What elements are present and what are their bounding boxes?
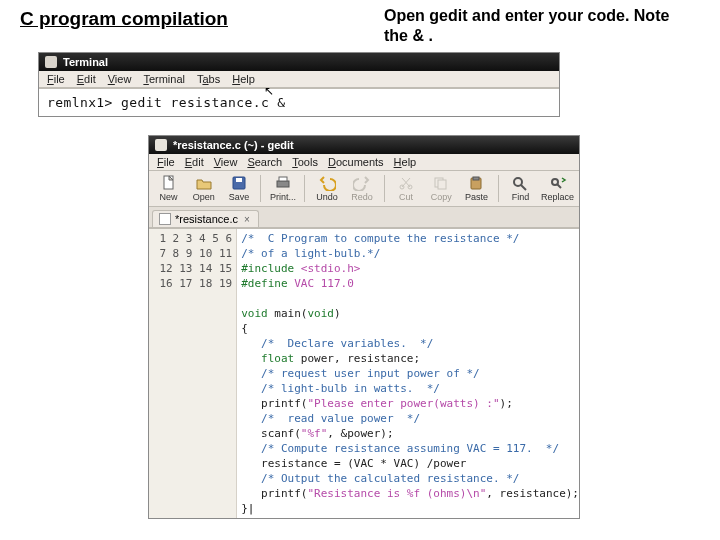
terminal-titlebar[interactable]: Terminal [39, 53, 559, 71]
tab-label: *resistance.c [175, 213, 238, 225]
save-button[interactable]: Save [223, 173, 254, 204]
terminal-command-text: gedit resistance.c & [121, 95, 286, 110]
undo-button[interactable]: Undo [311, 173, 342, 204]
paste-label: Paste [465, 192, 488, 202]
print-label: Print... [270, 192, 296, 202]
gedit-menu-view[interactable]: View [214, 156, 238, 168]
page-title: C program compilation [20, 8, 228, 30]
code-area[interactable]: 1 2 3 4 5 6 7 8 9 10 11 12 13 14 15 16 1… [149, 228, 579, 518]
open-button[interactable]: Open [188, 173, 219, 204]
gedit-tabbar: *resistance.c × [149, 207, 579, 228]
terminal-menu-edit[interactable]: Edit [77, 73, 96, 85]
terminal-menu-file[interactable]: File [47, 73, 65, 85]
save-icon [230, 175, 248, 191]
toolbar-separator [384, 175, 385, 202]
copy-button[interactable]: Copy [426, 173, 457, 204]
copy-icon [432, 175, 450, 191]
svg-rect-8 [438, 180, 446, 189]
open-label: Open [193, 192, 215, 202]
toolbar-separator [304, 175, 305, 202]
paste-button[interactable]: Paste [461, 173, 492, 204]
terminal-commandline[interactable]: remlnx1> gedit resistance.c & [39, 88, 559, 116]
terminal-menu-terminal[interactable]: Terminal [143, 73, 185, 85]
terminal-menu-help[interactable]: Help [232, 73, 255, 85]
document-icon [155, 139, 167, 151]
svg-rect-2 [236, 178, 242, 182]
svg-line-12 [521, 185, 526, 190]
terminal-icon [45, 56, 57, 68]
terminal-title: Terminal [63, 56, 108, 68]
svg-point-11 [514, 178, 522, 186]
new-file-icon [160, 175, 178, 191]
toolbar-separator [498, 175, 499, 202]
cut-label: Cut [399, 192, 413, 202]
find-icon [511, 175, 529, 191]
terminal-menu-view[interactable]: View [108, 73, 132, 85]
gedit-menu-help[interactable]: Help [394, 156, 417, 168]
terminal-prompt: remlnx1> [47, 95, 113, 110]
toolbar-separator [260, 175, 261, 202]
line-number-gutter: 1 2 3 4 5 6 7 8 9 10 11 12 13 14 15 16 1… [149, 229, 237, 518]
gedit-menu-tools[interactable]: Tools [292, 156, 318, 168]
print-icon [274, 175, 292, 191]
mouse-cursor-icon: ↖ [264, 84, 274, 98]
code-content[interactable]: /* C Program to compute the resistance *… [237, 229, 579, 518]
gedit-menu-edit[interactable]: Edit [185, 156, 204, 168]
cut-button[interactable]: Cut [391, 173, 422, 204]
replace-button[interactable]: Replace [540, 173, 575, 204]
terminal-menubar: File Edit View Terminal Tabs Help [39, 71, 559, 88]
gedit-menu-documents[interactable]: Documents [328, 156, 384, 168]
redo-icon [353, 175, 371, 191]
new-button[interactable]: New [153, 173, 184, 204]
gedit-toolbar: New Open Save Print... Undo Redo Cut [149, 171, 579, 207]
save-label: Save [229, 192, 250, 202]
redo-label: Redo [351, 192, 373, 202]
document-icon [159, 213, 171, 225]
gedit-menubar: File Edit View Search Tools Documents He… [149, 154, 579, 171]
svg-rect-4 [279, 177, 287, 181]
page-note: Open gedit and enter your code. Note the… [384, 6, 694, 46]
tab-resistance-c[interactable]: *resistance.c × [152, 210, 259, 227]
terminal-window: Terminal File Edit View Terminal Tabs He… [38, 52, 560, 117]
gedit-window: *resistance.c (~) - gedit File Edit View… [148, 135, 580, 519]
replace-icon [549, 175, 567, 191]
gedit-titlebar[interactable]: *resistance.c (~) - gedit [149, 136, 579, 154]
close-tab-button[interactable]: × [242, 214, 252, 225]
cut-icon [397, 175, 415, 191]
svg-rect-10 [473, 177, 479, 180]
find-button[interactable]: Find [505, 173, 536, 204]
folder-open-icon [195, 175, 213, 191]
print-button[interactable]: Print... [267, 173, 298, 204]
replace-label: Replace [541, 192, 574, 202]
terminal-menu-tabs[interactable]: Tabs [197, 73, 220, 85]
svg-line-14 [557, 184, 561, 188]
gedit-menu-file[interactable]: File [157, 156, 175, 168]
find-label: Find [512, 192, 530, 202]
svg-rect-3 [277, 181, 289, 187]
copy-label: Copy [431, 192, 452, 202]
new-label: New [160, 192, 178, 202]
paste-icon [467, 175, 485, 191]
undo-label: Undo [316, 192, 338, 202]
undo-icon [318, 175, 336, 191]
redo-button[interactable]: Redo [347, 173, 378, 204]
gedit-title: *resistance.c (~) - gedit [173, 139, 294, 151]
gedit-menu-search[interactable]: Search [247, 156, 282, 168]
